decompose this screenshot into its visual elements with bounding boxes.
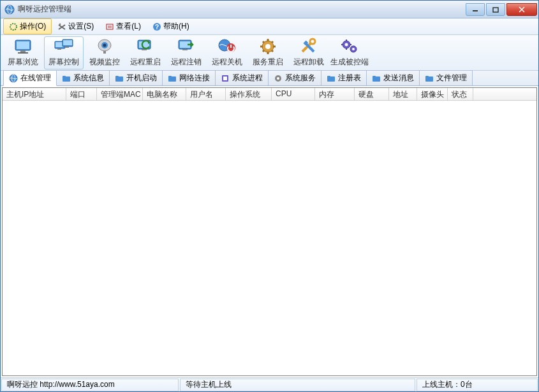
svg-rect-23 [57, 48, 61, 50]
svg-point-71 [277, 77, 279, 80]
svg-rect-73 [327, 76, 330, 78]
table-area: 主机IP地址端口管理端MAC电脑名称用户名操作系统CPU内存硬盘地址摄像头状态 [2, 87, 537, 376]
svg-rect-22 [63, 40, 72, 45]
tool-screen-browse[interactable]: 屏幕浏览 [3, 36, 43, 69]
tool-remote-shutdown[interactable]: 远程关机 [207, 36, 247, 69]
table-body[interactable] [3, 101, 536, 375]
tab-label: 开机启动 [126, 73, 157, 83]
svg-rect-63 [63, 76, 66, 78]
status-mid: 等待主机上线 [180, 379, 415, 391]
menu-settings[interactable]: 设置(S) [52, 18, 100, 34]
webcam-icon [94, 38, 115, 55]
svg-point-6 [10, 24, 17, 30]
toolbar: 屏幕浏览 屏幕控制 视频监控 远程重启 远程注销 远程关机 服务重启 远程卸载 [1, 35, 538, 71]
app-icon [4, 4, 15, 15]
status-right: 上线主机：0台 [417, 379, 538, 391]
tool-screen-control[interactable]: 屏幕控制 [44, 36, 84, 69]
tool-label: 远程注销 [171, 57, 202, 68]
restart-icon [135, 38, 156, 55]
tab-label: 注册表 [338, 73, 361, 83]
service-icon [274, 74, 283, 83]
maximize-button[interactable] [486, 3, 505, 16]
tool-label: 屏幕浏览 [8, 57, 38, 68]
tool-video-monitor[interactable]: 视频监控 [85, 36, 124, 69]
folder-icon [115, 74, 124, 83]
svg-point-27 [103, 44, 107, 47]
menu-label: 设置(S) [68, 21, 94, 32]
settings-icon [57, 22, 66, 31]
svg-rect-34 [182, 49, 188, 50]
titlebar: 啊呀远控管理端 [1, 1, 538, 18]
minimize-button[interactable] [466, 3, 485, 16]
svg-rect-10 [107, 24, 113, 29]
window-title: 啊呀远控管理端 [18, 4, 464, 15]
logout-icon [176, 38, 196, 55]
svg-rect-17 [20, 50, 26, 52]
statusbar: 啊呀远控 http://www.51aya.com 等待主机上线 上线主机：0台 [1, 377, 538, 391]
column-header[interactable]: 操作系统 [226, 88, 272, 100]
column-header[interactable]: 摄像头 [417, 88, 448, 100]
tab-file-manage[interactable]: 文件管理 [419, 70, 473, 85]
menu-label: 查看(L) [116, 21, 141, 32]
tab-online-manage[interactable]: 在线管理 [3, 70, 57, 86]
menu-operate[interactable]: 操作(O) [3, 18, 52, 34]
tab-label: 文件管理 [436, 73, 467, 83]
tool-remote-logout[interactable]: 远程注销 [166, 36, 206, 69]
tab-processes[interactable]: 系统进程 [215, 70, 269, 85]
column-header[interactable]: 硬盘 [355, 88, 389, 100]
svg-rect-3 [493, 8, 498, 12]
menu-label: 操作(O) [20, 21, 46, 32]
column-header[interactable]: CPU [272, 88, 315, 100]
column-header[interactable]: 电脑名称 [143, 88, 186, 100]
folder-icon [62, 74, 71, 83]
dual-monitor-icon [54, 38, 74, 55]
main-window: 啊呀远控管理端 操作(O) 设置(S) 查看(L) ? 帮助(H) 屏幕浏览 [0, 0, 539, 392]
tab-startup[interactable]: 开机启动 [109, 70, 163, 85]
svg-rect-30 [139, 41, 149, 48]
tab-label: 在线管理 [20, 73, 51, 83]
tabbar: 在线管理 系统信息 开机启动 网络连接 系统进程 系统服务 注册表 发送消息 [1, 71, 538, 86]
tool-generate-client[interactable]: 生成被控端 [330, 36, 369, 69]
globe-icon [9, 74, 18, 83]
close-button[interactable] [506, 3, 537, 16]
svg-point-49 [310, 39, 315, 44]
svg-point-39 [265, 44, 270, 49]
svg-line-46 [272, 41, 273, 43]
tool-service-restart[interactable]: 服务重启 [248, 36, 288, 69]
tab-system-info[interactable]: 系统信息 [56, 70, 110, 85]
column-header[interactable]: 内存 [315, 88, 355, 100]
menu-view[interactable]: 查看(L) [100, 18, 147, 34]
column-header[interactable]: 端口 [66, 88, 97, 100]
column-header[interactable]: 管理端MAC [97, 88, 143, 100]
svg-rect-67 [168, 76, 172, 78]
column-header[interactable]: 状态 [448, 88, 473, 100]
tab-registry[interactable]: 注册表 [321, 70, 367, 85]
tool-label: 远程卸载 [293, 57, 324, 68]
svg-line-44 [263, 41, 264, 43]
column-header[interactable]: 用户名 [186, 88, 226, 100]
tab-services[interactable]: 系统服务 [268, 70, 321, 85]
operate-icon [9, 22, 18, 31]
gears-icon [339, 38, 360, 55]
tab-network[interactable]: 网络连接 [162, 70, 216, 85]
svg-rect-65 [115, 76, 119, 78]
menubar: 操作(O) 设置(S) 查看(L) ? 帮助(H) [1, 18, 538, 35]
svg-line-47 [263, 50, 264, 52]
tools-icon [299, 38, 319, 55]
folder-icon [425, 74, 434, 83]
monitor-icon [13, 38, 33, 55]
svg-line-45 [272, 50, 273, 52]
tab-label: 发送消息 [383, 73, 414, 83]
shutdown-icon [217, 38, 237, 55]
tab-label: 系统进程 [232, 73, 263, 83]
tool-remote-uninstall[interactable]: 远程卸载 [289, 36, 329, 69]
folder-icon [168, 74, 177, 83]
tool-remote-restart[interactable]: 远程重启 [126, 36, 165, 69]
svg-rect-69 [223, 76, 227, 80]
column-header[interactable]: 主机IP地址 [3, 88, 66, 100]
tool-label: 视频监控 [89, 57, 120, 68]
tab-send-message[interactable]: 发送消息 [366, 70, 420, 85]
svg-rect-31 [142, 49, 147, 50]
column-header[interactable]: 地址 [389, 88, 417, 100]
menu-help[interactable]: ? 帮助(H) [147, 18, 195, 34]
